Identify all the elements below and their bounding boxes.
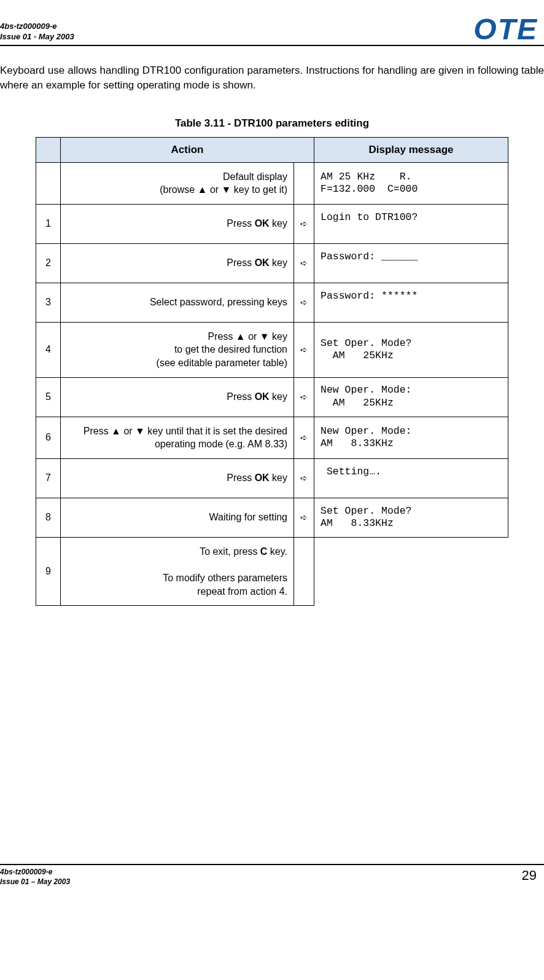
step-number: 5 bbox=[36, 377, 61, 417]
action-cell: Press OK key bbox=[61, 377, 294, 417]
step-number: 6 bbox=[36, 417, 61, 458]
table-row: 2Press OK key➪Password: ______ bbox=[36, 243, 508, 283]
doc-id: 4bs-tz000009-e bbox=[0, 22, 74, 32]
step-number: 8 bbox=[36, 498, 61, 537]
footer-doc-issue: Issue 01 – May 2003 bbox=[0, 877, 70, 887]
logo: OTE bbox=[473, 12, 544, 46]
page-header: 4bs-tz000009-e Issue 01 - May 2003 OTE bbox=[0, 12, 544, 46]
table-row: 7Press OK key➪ Setting…. bbox=[36, 458, 508, 498]
table-row: 3Select password, pressing keys➪Password… bbox=[36, 283, 508, 322]
arrow-icon bbox=[294, 162, 314, 204]
step-number bbox=[36, 162, 61, 204]
footer-doc-info: 4bs-tz000009-e Issue 01 – May 2003 bbox=[0, 868, 70, 887]
action-cell: Waiting for setting bbox=[61, 498, 294, 537]
display-message: Set Oper. Mode? AM 25KHz bbox=[314, 322, 508, 377]
display-message: Password: ______ bbox=[314, 243, 508, 283]
table-row: 4Press ▲ or ▼ keyto get the desired func… bbox=[36, 322, 508, 377]
step-number: 9 bbox=[36, 537, 61, 605]
action-cell: Press OK key bbox=[61, 243, 294, 283]
page-number: 29 bbox=[522, 868, 544, 884]
arrow-icon bbox=[294, 537, 314, 605]
table-row: Default display(browse ▲ or ▼ key to get… bbox=[36, 162, 508, 204]
display-message: Setting…. bbox=[314, 458, 508, 498]
display-message: New Oper. Mode: AM 25KHz bbox=[314, 377, 508, 417]
arrow-icon: ➪ bbox=[294, 322, 314, 377]
parameters-table: Action Display message Default display(b… bbox=[36, 137, 508, 606]
arrow-icon: ➪ bbox=[294, 283, 314, 322]
table-row: 6Press ▲ or ▼ key until that it is set t… bbox=[36, 417, 508, 458]
page-footer: 4bs-tz000009-e Issue 01 – May 2003 29 bbox=[0, 864, 544, 887]
step-number: 7 bbox=[36, 458, 61, 498]
action-cell: To exit, press C key.To modify others pa… bbox=[61, 537, 294, 605]
arrow-icon: ➪ bbox=[294, 458, 314, 498]
th-display: Display message bbox=[314, 137, 508, 162]
action-cell: Default display(browse ▲ or ▼ key to get… bbox=[61, 162, 294, 204]
arrow-icon: ➪ bbox=[294, 204, 314, 243]
doc-issue: Issue 01 - May 2003 bbox=[0, 32, 74, 42]
display-message: AM 25 KHz R. F=132.000 C=000 bbox=[314, 162, 508, 204]
arrow-icon: ➪ bbox=[294, 498, 314, 537]
step-number: 1 bbox=[36, 204, 61, 243]
step-number: 3 bbox=[36, 283, 61, 322]
action-cell: Select password, pressing keys bbox=[61, 283, 294, 322]
display-message: Password: ****** bbox=[314, 283, 508, 322]
step-number: 2 bbox=[36, 243, 61, 283]
action-cell: Press OK key bbox=[61, 204, 294, 243]
doc-info: 4bs-tz000009-e Issue 01 - May 2003 bbox=[0, 22, 74, 42]
display-message: Set Oper. Mode? AM 8.33KHz bbox=[314, 498, 508, 537]
table-row: 9To exit, press C key.To modify others p… bbox=[36, 537, 508, 605]
table-title: Table 3.11 - DTR100 parameters editing bbox=[0, 117, 544, 130]
step-number: 4 bbox=[36, 322, 61, 377]
intro-paragraph: Keyboard use allows handling DTR100 conf… bbox=[0, 63, 544, 93]
table-row: 8Waiting for setting➪Set Oper. Mode? AM … bbox=[36, 498, 508, 537]
display-message: New Oper. Mode: AM 8.33KHz bbox=[314, 417, 508, 458]
th-step bbox=[36, 137, 61, 162]
table-row: 1Press OK key➪Login to DTR100? bbox=[36, 204, 508, 243]
action-cell: Press OK key bbox=[61, 458, 294, 498]
table-row: 5Press OK key➪New Oper. Mode: AM 25KHz bbox=[36, 377, 508, 417]
arrow-icon: ➪ bbox=[294, 243, 314, 283]
action-cell: Press ▲ or ▼ key until that it is set th… bbox=[61, 417, 294, 458]
footer-doc-id: 4bs-tz000009-e bbox=[0, 868, 70, 877]
display-message bbox=[314, 537, 508, 605]
arrow-icon: ➪ bbox=[294, 377, 314, 417]
arrow-icon: ➪ bbox=[294, 417, 314, 458]
display-message: Login to DTR100? bbox=[314, 204, 508, 243]
action-cell: Press ▲ or ▼ keyto get the desired funct… bbox=[61, 322, 294, 377]
th-action: Action bbox=[61, 137, 314, 162]
